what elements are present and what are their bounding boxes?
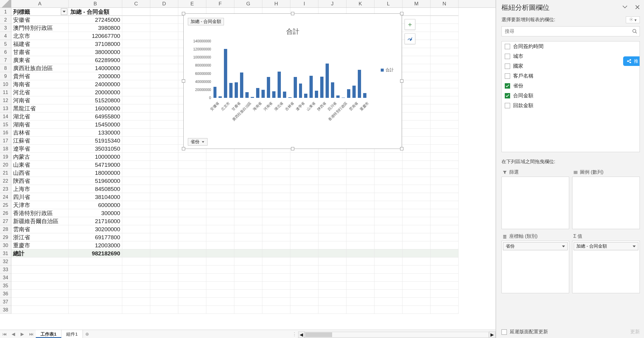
chart-bar[interactable] [331,82,334,98]
sheet-nav-last[interactable]: ⏭ [27,331,36,337]
cell[interactable] [122,16,150,24]
cell[interactable] [374,290,402,298]
chart-bar[interactable] [288,97,292,98]
cell[interactable] [318,177,346,185]
cell[interactable] [431,241,459,249]
cell[interactable] [122,129,150,137]
cell[interactable] [402,48,431,56]
cell[interactable] [346,233,374,241]
cell[interactable] [402,306,431,314]
cell[interactable] [234,153,262,161]
cell[interactable] [11,290,69,298]
cell[interactable] [402,112,431,121]
cell[interactable]: 14000000 [69,64,122,72]
cell[interactable] [122,266,150,274]
cell[interactable] [122,290,150,298]
row-header[interactable]: 13 [0,104,11,112]
cell[interactable] [346,282,374,290]
cell[interactable] [150,72,178,80]
cell[interactable] [122,153,150,161]
row-header[interactable]: 5 [0,40,11,48]
checkbox[interactable] [505,64,510,69]
cell[interactable] [150,153,178,161]
chart-bar[interactable] [235,82,238,98]
row-header[interactable]: 12 [0,96,11,104]
cell[interactable] [402,209,431,217]
cell[interactable] [122,177,150,185]
cell[interactable] [402,80,431,88]
horizontal-scrollbar[interactable]: ◀ ▶ [298,331,496,338]
cell[interactable]: 62289900 [69,56,122,64]
cell[interactable] [402,257,431,266]
cell[interactable] [318,209,346,217]
cell[interactable] [431,298,459,306]
chart-bar[interactable] [342,98,345,98]
cell[interactable] [318,306,346,314]
checkbox[interactable] [505,103,510,108]
cell[interactable] [150,96,178,104]
chart-bar[interactable] [336,95,340,98]
cell[interactable] [150,64,178,72]
chart-bar[interactable] [299,84,302,98]
cell[interactable] [206,249,234,257]
cell[interactable]: 江蘇省 [11,137,69,145]
cell[interactable] [346,209,374,217]
cell[interactable] [318,266,346,274]
cell[interactable] [262,217,290,225]
cell[interactable] [431,137,459,145]
cell[interactable] [122,145,150,153]
cell[interactable] [234,282,262,290]
column-header-B[interactable]: B [69,0,122,7]
area-values-dropzone[interactable]: 加總 - 合同金額 [572,241,640,293]
cell[interactable] [374,274,402,282]
cell[interactable] [374,225,402,233]
cell[interactable] [431,193,459,201]
cell[interactable] [402,274,431,282]
chart-value-field-tag[interactable]: 加總 - 合同金額 [188,18,224,25]
cell[interactable] [206,169,234,177]
cell[interactable] [346,177,374,185]
cell[interactable]: 54719000 [69,161,122,169]
cell[interactable] [431,8,459,16]
cell[interactable] [150,266,178,274]
cell[interactable]: 27245000 [69,16,122,24]
cell[interactable] [150,306,178,314]
sheet-nav-prev[interactable]: ◀ [9,331,18,337]
recommend-button[interactable]: 推 [623,56,640,66]
cell[interactable] [431,16,459,24]
cell[interactable]: 982182690 [69,249,122,257]
row-header[interactable]: 9 [0,72,11,80]
cell[interactable] [374,257,402,266]
cell[interactable] [178,233,206,241]
cell[interactable] [206,185,234,193]
cell[interactable] [431,24,459,32]
cell[interactable] [234,193,262,201]
cell[interactable] [122,282,150,290]
chart-resize-handle[interactable] [291,147,294,150]
cell[interactable] [122,217,150,225]
cell[interactable] [290,153,318,161]
cell[interactable] [402,145,431,153]
cell[interactable] [206,306,234,314]
cell[interactable] [262,225,290,233]
chart-bar[interactable] [219,96,222,98]
cell[interactable] [374,249,402,257]
cell[interactable] [374,177,402,185]
cell[interactable] [122,56,150,64]
cell[interactable] [402,241,431,249]
cell[interactable] [234,225,262,233]
cell[interactable] [431,64,459,72]
cell[interactable]: 列標籤 [11,8,69,16]
cell[interactable] [431,274,459,282]
cell[interactable]: 加總 - 合同金額 [69,8,122,16]
chart-bar[interactable] [240,72,243,98]
cell[interactable] [374,233,402,241]
row-header[interactable]: 10 [0,80,11,88]
cell[interactable] [290,201,318,209]
cell[interactable] [290,193,318,201]
cell[interactable] [122,225,150,233]
cell[interactable] [402,249,431,257]
cell[interactable] [262,233,290,241]
cell[interactable] [122,209,150,217]
cell[interactable] [431,104,459,112]
